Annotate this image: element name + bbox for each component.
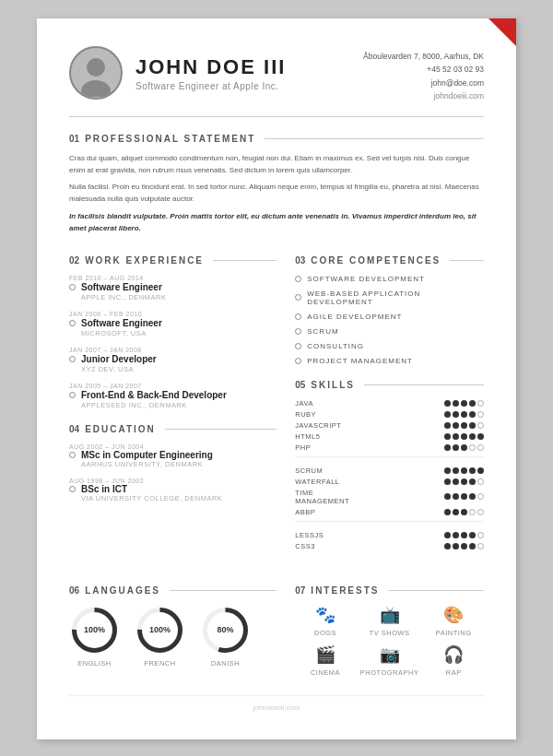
- dot-filled: [444, 493, 451, 500]
- edu-title-0: MSc in Computer Engineering: [81, 450, 213, 460]
- dot-empty: [477, 478, 484, 485]
- interest-item: 📷 PHOTOGRAPHY: [359, 644, 420, 677]
- dot-filled: [469, 478, 476, 485]
- dot-filled: [461, 400, 467, 407]
- section-divider-int: [388, 590, 484, 591]
- job-0: FEB 2010 – AUG 2014 Software Engineer AP…: [69, 275, 276, 301]
- dot-filled: [469, 493, 476, 500]
- section-divider-we: [213, 260, 276, 261]
- work-experience-section: 02 WORK EXPERIENCE FEB 2010 – AUG 2014 S…: [69, 255, 276, 409]
- edu-school-0: AARHUS UNIVERSITY, DENMARK: [81, 460, 276, 468]
- lang-ring: 100%: [69, 605, 120, 656]
- dot-filled: [469, 543, 476, 549]
- comp-circle: [295, 313, 301, 320]
- edu-school-1: VIA UNIVERSITY COLLEGE, DENMARK: [81, 494, 276, 502]
- lang-circle-wrap: 100% FRENCH: [135, 605, 185, 667]
- dot-filled: [461, 509, 467, 515]
- professional-statement-section: 01 PROFESSIONAL STATEMENT Cras dui quam,…: [69, 134, 484, 235]
- comp-label: WEB-BASED APPLICATION DEVELOPMENT: [307, 289, 484, 306]
- skill-row: HTML5: [295, 432, 484, 441]
- lang-ring: 80%: [200, 605, 251, 656]
- left-column: 02 WORK EXPERIENCE FEB 2010 – AUG 2014 S…: [69, 241, 276, 560]
- skill-row: RUBY: [295, 410, 484, 419]
- comp-circle: [295, 343, 301, 349]
- interest-item: 🎧 RAP: [423, 644, 484, 677]
- header: JOHN DOE III Software Engineer at Apple …: [69, 46, 484, 117]
- interest-item: 🎨 PAINTING: [423, 605, 484, 637]
- edu-date-1: AUG 1998 – JUN 2002: [69, 478, 276, 484]
- job-2: JAN 2007 – JAN 2008 Junior Developer XYZ…: [69, 347, 276, 373]
- dot-empty: [469, 444, 476, 451]
- comp-circle: [295, 294, 301, 301]
- job-company-2: XYZ DEV, USA: [81, 365, 276, 373]
- dot-filled: [469, 433, 476, 440]
- dot-filled: [453, 422, 459, 429]
- dot-empty: [477, 543, 484, 549]
- bullet-3: [69, 392, 76, 398]
- job-title-2: Junior Developer: [81, 354, 157, 364]
- skill-row: TIME MANAGEMENT: [295, 489, 484, 505]
- dot-filled: [453, 478, 459, 485]
- skill-dots: [444, 467, 484, 474]
- dot-filled: [461, 543, 467, 549]
- header-left: JOHN DOE III Software Engineer at Apple …: [69, 46, 286, 100]
- phone: +45 52 03 02 93: [363, 63, 484, 76]
- section-title-cc: 03 CORE COMPETENCES: [295, 255, 484, 266]
- lang-pct: 80%: [217, 625, 233, 634]
- edu-bullet-1: [69, 486, 76, 492]
- dot-filled: [453, 411, 459, 418]
- lang-circle-wrap: 80% DANISH: [200, 605, 251, 667]
- section-title-sk: 05 SKILLS: [295, 380, 484, 390]
- dot-filled: [477, 433, 484, 440]
- dot-filled: [453, 433, 459, 440]
- section-num-int: 07: [295, 585, 305, 596]
- interest-label: PHOTOGRAPHY: [360, 668, 419, 677]
- job-subtitle: Software Engineer at Apple Inc.: [135, 81, 286, 91]
- job-title-row-3: Front-End & Back-End Developer: [69, 390, 276, 400]
- interest-item: 📺 TV SHOWS: [359, 605, 420, 637]
- skill-dots: [444, 509, 484, 515]
- section-label-lang: LANGUAGES: [85, 585, 160, 596]
- section-title-int: 07 INTERESTS: [295, 585, 484, 596]
- dot-filled: [444, 444, 451, 451]
- skill-name: HTML5: [295, 432, 369, 441]
- resume-container: JOHN DOE III Software Engineer at Apple …: [37, 18, 516, 739]
- lang-ring: 100%: [135, 605, 185, 656]
- skill-name: LESSJS: [295, 531, 369, 539]
- dot-filled: [444, 467, 451, 474]
- bullet-2: [69, 356, 76, 362]
- section-title-we: 02 WORK EXPERIENCE: [69, 255, 276, 266]
- right-column: 03 CORE COMPETENCES SOFTWARE DEVELOPMENT…: [295, 241, 484, 560]
- section-title-edu: 04 EDUCATION: [69, 424, 276, 434]
- svg-point-1: [87, 58, 105, 77]
- dot-filled: [444, 411, 451, 418]
- interest-item: 🎬 CINEMA: [295, 644, 356, 677]
- skill-dots: [444, 400, 484, 407]
- dot-empty: [469, 509, 476, 515]
- section-divider-sk: [364, 384, 484, 385]
- skill-row: LESSJS: [295, 531, 484, 539]
- interest-label: TV SHOWS: [370, 629, 410, 637]
- languages-section: 06 LANGUAGES 100% ENGLISH 100%: [69, 571, 276, 677]
- skill-name: JAVASCRIPT: [295, 421, 369, 430]
- skill-row: CSS3: [295, 542, 484, 550]
- dot-filled: [444, 543, 451, 549]
- dot-filled: [453, 543, 459, 549]
- bullet-1: [69, 320, 76, 326]
- job-title-row-2: Junior Developer: [69, 354, 276, 364]
- skill-dots: [444, 543, 484, 549]
- interests-section: 07 INTERESTS 🐾 DOGS 📺 TV SHOWS 🎨 PAINTIN…: [295, 571, 484, 677]
- lang-name: ENGLISH: [77, 659, 111, 667]
- skill-dots: [444, 532, 484, 538]
- lang-pct: 100%: [84, 625, 105, 634]
- interest-icon: 📷: [380, 644, 400, 665]
- dot-filled: [444, 400, 451, 407]
- skill-dots: [444, 411, 484, 418]
- dot-filled: [453, 467, 459, 474]
- job-title-0: Software Engineer: [81, 282, 162, 292]
- skill-name: JAVA: [295, 399, 369, 408]
- skill-dots: [444, 444, 484, 451]
- section-label-we: WORK EXPERIENCE: [85, 255, 204, 266]
- section-divider-cc: [450, 260, 484, 261]
- edu-title-1: BSc in ICT: [81, 484, 127, 494]
